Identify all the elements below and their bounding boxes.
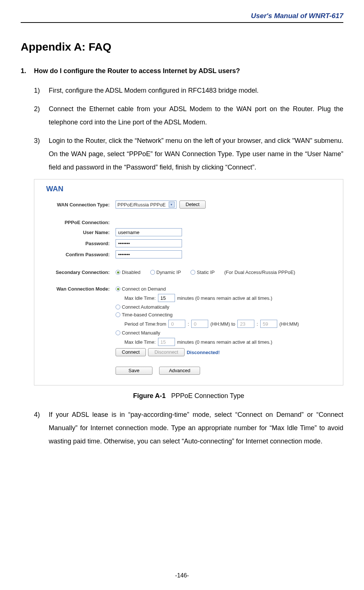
faq-question: 1. How do I configure the Router to acce… [21, 67, 343, 75]
max-idle-time-row-2: Max Idle Time: minutes (0 means remain a… [116, 338, 332, 346]
wan-connection-type-row: WAN Connection Type: PPPoE/Russia PPPoE … [45, 200, 332, 209]
connect-auto-row: Connect Automatically [116, 304, 332, 310]
connect-on-demand-radio[interactable]: Connect on Demand [116, 286, 166, 292]
max-idle-input-2[interactable] [158, 338, 175, 346]
connect-manual-row: Connect Manually [116, 330, 332, 336]
period-label: Period of Time:from [124, 321, 166, 327]
radio-text: Connect Manually [122, 330, 160, 336]
confirm-password-label: Confirm Password: [45, 252, 116, 257]
radio-text: Dynamic IP [157, 270, 181, 275]
save-button[interactable]: Save [116, 367, 152, 375]
wan-connection-type-value: PPPoE/Russia PPPoE [117, 202, 166, 207]
figure-caption-text: PPPoE Connection Type [171, 392, 244, 399]
radio-icon [116, 330, 120, 335]
time-based-radio[interactable]: Time-based Connecting [116, 312, 173, 318]
username-input[interactable] [116, 228, 182, 236]
step-1: 1) First, configure the ADSL Modem confi… [34, 84, 343, 97]
radio-icon [150, 270, 155, 275]
pppoe-connection-row: PPPoE Connection: [45, 220, 332, 225]
max-idle-label-2: Max Idle Time: [124, 339, 156, 345]
wan-screenshot: WAN WAN Connection Type: PPPoE/Russia PP… [34, 179, 343, 385]
disconnect-button[interactable]: Disconnect [148, 348, 184, 356]
colon: : [188, 321, 189, 327]
step-text: Login to the Router, click the “Network”… [49, 134, 343, 174]
page-number: -146- [0, 572, 364, 579]
pppoe-connection-label: PPPoE Connection: [45, 220, 116, 225]
connection-status: Disconnected! [187, 350, 220, 355]
step-2: 2) Connect the Ethernet cable from your … [34, 102, 343, 129]
secondary-static-radio[interactable]: Static IP [190, 270, 214, 275]
secondary-connection-row: Secondary Connection: Disabled Dynamic I… [45, 270, 332, 275]
wan-mode-label: Wan Connection Mode: [45, 286, 116, 292]
save-advanced-row: Save Advanced [116, 367, 332, 375]
secondary-disabled-radio[interactable]: Disabled [116, 270, 141, 275]
confirm-password-input[interactable] [116, 250, 182, 258]
radio-text: Connect on Demand [122, 286, 166, 292]
connect-auto-radio[interactable]: Connect Automatically [116, 304, 169, 310]
connect-manual-radio[interactable]: Connect Manually [116, 330, 160, 336]
radio-text: Static IP [197, 270, 214, 275]
max-idle-time-row: Max Idle Time: minutes (0 means remain a… [116, 294, 332, 302]
connect-disconnect-row: Connect Disconnect Disconnected! [116, 348, 332, 356]
appendix-title: Appendix A: FAQ [21, 41, 343, 53]
figure-label: Figure A-1 [133, 392, 165, 399]
step-4: 4) If your ADSL lease is in “pay-accordi… [34, 408, 343, 448]
figure-caption: Figure A-1 PPPoE Connection Type [34, 392, 343, 400]
max-idle-label: Max Idle Time: [124, 295, 156, 301]
password-label: Password: [45, 241, 116, 246]
hhmm-to-label: (HH:MM) to [210, 321, 235, 327]
period-from-min[interactable] [191, 320, 208, 328]
step-number: 3) [34, 134, 49, 174]
detect-button[interactable]: Detect [179, 200, 206, 209]
period-from-hour[interactable] [168, 320, 185, 328]
manual-header: User's Manual of WNRT-617 [21, 12, 343, 23]
max-idle-unit: minutes (0 means remain active at all ti… [177, 295, 272, 301]
advanced-button[interactable]: Advanced [159, 367, 200, 375]
radio-text: Connect Automatically [122, 304, 169, 310]
wan-connection-type-label: WAN Connection Type: [45, 202, 116, 207]
wan-heading: WAN [46, 185, 332, 193]
max-idle-input[interactable] [158, 294, 175, 302]
secondary-connection-label: Secondary Connection: [45, 270, 116, 275]
radio-text: Disabled [122, 270, 141, 275]
radio-text: Time-based Connecting [122, 312, 173, 318]
step-text: First, configure the ADSL Modem configur… [49, 84, 343, 97]
step-text: Connect the Ethernet cable from your ADS… [49, 102, 343, 129]
question-number: 1. [21, 67, 34, 75]
radio-icon [116, 287, 120, 291]
secondary-note: (For Dual Access/Russia PPPoE) [224, 270, 295, 275]
password-input[interactable] [116, 239, 182, 247]
step-number: 2) [34, 102, 49, 129]
wan-connection-type-select[interactable]: PPPoE/Russia PPPoE ▾ [116, 200, 176, 209]
colon: : [257, 321, 258, 327]
chevron-down-icon: ▾ [169, 202, 175, 207]
time-based-row: Time-based Connecting [116, 312, 332, 318]
radio-icon [190, 270, 195, 275]
wan-mode-row: Wan Connection Mode: Connect on Demand [45, 286, 332, 292]
secondary-dynamic-radio[interactable]: Dynamic IP [150, 270, 181, 275]
password-row: Password: [45, 239, 332, 247]
username-label: User Name: [45, 230, 116, 235]
question-text: How do I configure the Router to access … [34, 67, 240, 75]
radio-icon [116, 312, 120, 317]
username-row: User Name: [45, 228, 332, 236]
connect-button[interactable]: Connect [116, 348, 146, 356]
period-to-min[interactable] [260, 320, 277, 328]
radio-icon [116, 305, 120, 309]
period-to-hour[interactable] [237, 320, 254, 328]
confirm-password-row: Confirm Password: [45, 250, 332, 258]
step-number: 1) [34, 84, 49, 97]
step-text: If your ADSL lease is in “pay-according-… [49, 408, 343, 448]
radio-icon [116, 270, 120, 275]
hhmm-label: (HH:MM) [279, 321, 299, 327]
max-idle-unit-2: minutes (0 means remain active at all ti… [177, 339, 272, 345]
step-3: 3) Login to the Router, click the “Netwo… [34, 134, 343, 174]
step-number: 4) [34, 408, 49, 448]
time-period-row: Period of Time:from : (HH:MM) to : (HH:M… [116, 320, 332, 328]
